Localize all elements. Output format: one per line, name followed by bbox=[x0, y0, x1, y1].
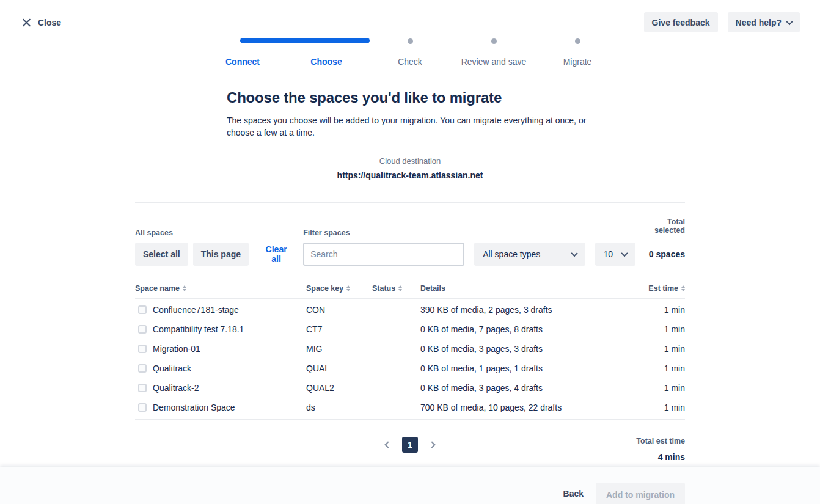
space-name: Demonstration Space bbox=[153, 403, 235, 412]
row-checkbox[interactable] bbox=[138, 325, 147, 334]
give-feedback-button[interactable]: Give feedback bbox=[644, 12, 718, 32]
row-checkbox[interactable] bbox=[138, 305, 147, 314]
page-description: The spaces you choose will be added to y… bbox=[227, 114, 593, 139]
column-header-space-name[interactable]: Space name bbox=[135, 284, 306, 293]
total-selected-label: Total selected bbox=[635, 217, 685, 235]
previous-page-button[interactable] bbox=[383, 440, 393, 450]
space-est-time: 1 min bbox=[626, 305, 685, 315]
close-icon bbox=[22, 18, 31, 27]
space-key: QUAL2 bbox=[306, 383, 372, 393]
total-est-time-value: 4 mins bbox=[437, 452, 685, 462]
total-est-time-group: Total est time 4 mins bbox=[437, 437, 685, 462]
step-label-connect: Connect bbox=[225, 57, 260, 67]
column-header-details: Details bbox=[420, 284, 626, 293]
space-est-time: 1 min bbox=[626, 363, 685, 373]
section-divider bbox=[135, 202, 685, 203]
space-details: 0 KB of media, 1 pages, 1 drafts bbox=[420, 363, 626, 373]
space-name: Qualitrack-2 bbox=[153, 383, 199, 393]
space-details: 0 KB of media, 3 pages, 4 drafts bbox=[420, 383, 626, 393]
close-button[interactable]: Close bbox=[22, 18, 61, 27]
space-name: Confluence7181-stage bbox=[153, 305, 239, 315]
pagination: 1 bbox=[383, 437, 437, 453]
step-label-choose: Choose bbox=[310, 57, 342, 67]
page-size-value: 10 bbox=[604, 249, 613, 259]
top-bar: Close Give feedback Need help? bbox=[22, 12, 800, 32]
space-details: 390 KB of media, 2 pages, 3 drafts bbox=[420, 305, 626, 315]
column-header-est-time[interactable]: Est time bbox=[626, 284, 685, 293]
space-est-time: 1 min bbox=[626, 383, 685, 393]
space-key: MIG bbox=[306, 344, 372, 354]
select-all-button[interactable]: Select all bbox=[135, 243, 188, 266]
step-dot-review-and-save bbox=[491, 38, 497, 44]
sort-icon bbox=[346, 285, 350, 291]
table-row: Compatibility test 7.18.1 CT7 0 KB of me… bbox=[135, 320, 685, 339]
footer-bar: Back Add to migration bbox=[0, 467, 820, 504]
space-est-time: 1 min bbox=[626, 324, 685, 334]
current-page-button[interactable]: 1 bbox=[402, 437, 418, 453]
intro-section: Choose the spaces you'd like to migrate … bbox=[227, 89, 593, 180]
space-name: Migration-01 bbox=[153, 344, 200, 354]
row-checkbox[interactable] bbox=[138, 345, 147, 353]
table-body: Confluence7181-stage CON 390 KB of media… bbox=[135, 299, 685, 420]
chevron-right-icon bbox=[428, 441, 435, 448]
table-footer-row: 1 Total est time 4 mins bbox=[135, 437, 685, 462]
spaces-table: Space name Space key Status Details Est … bbox=[135, 284, 685, 420]
cloud-destination-url: https://qualitrack-team.atlassian.net bbox=[227, 170, 593, 180]
column-header-space-key[interactable]: Space key bbox=[306, 284, 372, 293]
chevron-down-icon bbox=[786, 18, 793, 24]
space-key: QUAL bbox=[306, 363, 372, 373]
step-dot-check bbox=[408, 38, 413, 44]
space-type-select[interactable]: All space types bbox=[474, 243, 585, 266]
sort-icon bbox=[398, 285, 402, 291]
stepper-track bbox=[243, 38, 577, 44]
step-dot-migrate bbox=[575, 38, 580, 44]
space-details: 0 KB of media, 7 pages, 8 drafts bbox=[420, 324, 626, 334]
table-row: Qualitrack QUAL 0 KB of media, 1 pages, … bbox=[135, 359, 685, 378]
table-row: Qualitrack-2 QUAL2 0 KB of media, 3 page… bbox=[135, 378, 685, 398]
step-label-migrate: Migrate bbox=[563, 57, 592, 67]
sort-icon bbox=[681, 285, 685, 291]
main-content: Choose the spaces you'd like to migrate … bbox=[135, 0, 685, 462]
search-input[interactable] bbox=[303, 243, 464, 266]
stepper-labels: Connect Choose Check Review and save Mig… bbox=[243, 57, 577, 69]
total-est-time-label: Total est time bbox=[437, 437, 685, 445]
close-label: Close bbox=[38, 18, 61, 27]
row-checkbox[interactable] bbox=[138, 384, 147, 392]
stepper-progress-bar bbox=[240, 38, 370, 43]
top-actions: Give feedback Need help? bbox=[644, 12, 800, 32]
need-help-label: Need help? bbox=[736, 18, 782, 27]
filter-spaces-label: Filter spaces bbox=[303, 228, 464, 237]
space-details: 0 KB of media, 3 pages, 3 drafts bbox=[420, 344, 626, 354]
space-key: CT7 bbox=[306, 324, 372, 334]
table-row: Migration-01 MIG 0 KB of media, 3 pages,… bbox=[135, 339, 685, 359]
page-title: Choose the spaces you'd like to migrate bbox=[227, 89, 593, 106]
space-type-value: All space types bbox=[483, 249, 540, 259]
total-selected-group: Total selected 0 spaces bbox=[635, 217, 685, 266]
chevron-down-icon bbox=[621, 250, 628, 257]
column-header-status[interactable]: Status bbox=[372, 284, 420, 293]
cloud-destination-label: Cloud destination bbox=[227, 156, 593, 166]
space-name: Qualitrack bbox=[153, 363, 191, 373]
back-button[interactable]: Back bbox=[560, 483, 587, 504]
table-header-row: Space name Space key Status Details Est … bbox=[135, 284, 685, 299]
row-checkbox[interactable] bbox=[138, 364, 147, 373]
space-key: CON bbox=[306, 305, 372, 315]
chevron-down-icon bbox=[571, 250, 577, 257]
next-page-button[interactable] bbox=[427, 440, 437, 450]
give-feedback-label: Give feedback bbox=[652, 18, 710, 27]
clear-all-button[interactable]: Clear all bbox=[260, 244, 293, 264]
table-row: Demonstration Space ds 700 KB of media, … bbox=[135, 398, 685, 417]
step-label-review-and-save: Review and save bbox=[461, 57, 527, 67]
progress-stepper: Connect Choose Check Review and save Mig… bbox=[243, 38, 577, 69]
need-help-button[interactable]: Need help? bbox=[728, 12, 800, 32]
filter-row: All spaces Select all This page Clear al… bbox=[135, 217, 685, 266]
add-to-migration-button[interactable]: Add to migration bbox=[596, 483, 685, 504]
row-checkbox[interactable] bbox=[138, 403, 147, 412]
sort-icon bbox=[183, 285, 186, 291]
page-size-select[interactable]: 10 bbox=[595, 243, 635, 266]
chevron-left-icon bbox=[384, 441, 391, 448]
this-page-button[interactable]: This page bbox=[193, 243, 249, 266]
space-key: ds bbox=[306, 403, 372, 412]
table-row: Confluence7181-stage CON 390 KB of media… bbox=[135, 300, 685, 320]
space-est-time: 1 min bbox=[626, 344, 685, 354]
